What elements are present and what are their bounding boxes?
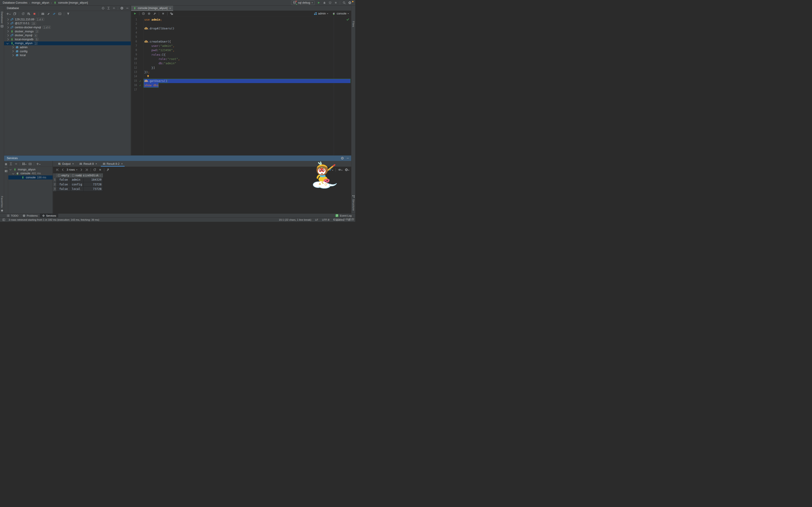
close-icon[interactable]: × — [121, 162, 123, 165]
tree-item-config[interactable]: config — [4, 49, 131, 53]
breadcrumb-database-consoles[interactable]: Database Consoles — [3, 1, 28, 4]
code-line-13[interactable]: 13}); — [131, 70, 351, 74]
code-line-16[interactable]: 16✓show dbs — [131, 83, 351, 88]
query-console-icon[interactable]: QL — [58, 12, 61, 15]
session-selector[interactable]: console — [333, 12, 349, 15]
jump-to-console-icon[interactable] — [53, 12, 56, 15]
toolwindow-problems[interactable]: Problems — [20, 214, 40, 218]
tool-stripe-files[interactable]: Files — [351, 21, 355, 27]
result-table[interactable]: {}empty{}name{}sizeOnDisk1falseadmin1843… — [53, 173, 103, 191]
code-line-3[interactable]: 3db.dropAllUsers() — [131, 26, 351, 31]
tree-item-local[interactable]: local — [4, 53, 131, 57]
close-icon[interactable]: × — [72, 162, 74, 165]
tree-item-docker-mongo[interactable]: docker_mongo3 — [4, 30, 131, 34]
chevron-icon[interactable] — [7, 38, 9, 40]
stop-process-icon[interactable] — [5, 163, 7, 165]
code-line-8[interactable]: 8 pwd:"123456", — [131, 48, 351, 52]
cell-empty[interactable]: false — [57, 187, 71, 191]
parameters-icon[interactable]: p — [148, 12, 151, 15]
tree-item-console[interactable]: console186 ms — [8, 175, 53, 179]
intention-bulb-icon[interactable] — [147, 74, 150, 79]
tab-console-mongo-aliyun[interactable]: console [mongo_aliyun] × — [131, 6, 173, 11]
caret-position[interactable]: 15:1 (22 chars, 1 line break) — [279, 218, 311, 221]
tree-item-console[interactable]: console481 ms — [8, 172, 53, 176]
cell-name[interactable]: config — [71, 182, 84, 187]
next-page-icon[interactable] — [80, 168, 83, 171]
code-line-10[interactable]: 10 role:"root", — [131, 57, 351, 61]
hide-panel-icon[interactable] — [346, 157, 349, 160]
close-icon[interactable]: × — [95, 162, 97, 165]
locate-icon[interactable] — [101, 7, 105, 10]
grid-settings-icon[interactable] — [345, 168, 348, 171]
collapse-all-icon[interactable] — [14, 162, 18, 165]
view-options-icon[interactable] — [5, 170, 8, 173]
execute-button[interactable] — [134, 12, 137, 15]
duplicate-icon[interactable] — [13, 12, 16, 15]
schema-selector[interactable]: admin — [314, 12, 328, 15]
settings-gear-icon[interactable] — [348, 1, 351, 4]
in-editor-results-icon[interactable] — [170, 12, 173, 15]
code-line-1[interactable]: 1use admin; — [131, 17, 351, 22]
toolwindow-todo[interactable]: TODO — [5, 214, 20, 218]
chevron-icon[interactable] — [11, 54, 14, 56]
tree-item-mongo-aliyun[interactable]: mongo_aliyun — [8, 168, 53, 172]
disconnect-icon[interactable] — [33, 12, 36, 15]
cell-name[interactable]: admin — [71, 177, 84, 182]
chevron-icon[interactable] — [9, 168, 11, 170]
code-line-14[interactable]: 14 — [131, 74, 351, 78]
run-button[interactable] — [317, 1, 320, 4]
chevron-icon[interactable] — [12, 172, 14, 174]
column-header-empty[interactable]: {}empty — [57, 173, 71, 177]
cell-name[interactable]: local — [71, 187, 84, 191]
debug-button[interactable] — [323, 1, 326, 4]
chevron-icon[interactable] — [7, 22, 9, 24]
tool-stripe-database[interactable]: Database — [0, 11, 4, 28]
breadcrumb-mongo-aliyun[interactable]: mongo_aliyun — [32, 1, 49, 4]
tree-item-admin[interactable]: admin — [4, 45, 131, 49]
toolwindow-services[interactable]: Services — [40, 214, 58, 218]
coverage-button[interactable] — [328, 1, 332, 4]
previous-page-icon[interactable] — [61, 168, 64, 171]
code-line-2[interactable]: 2 — [131, 22, 351, 26]
search-everywhere-icon[interactable] — [343, 1, 346, 4]
history-icon[interactable] — [142, 12, 145, 15]
expand-all-icon[interactable] — [107, 7, 110, 10]
run-configuration-select[interactable]: ✕ sql debug — [291, 0, 315, 5]
tree-item-local-mongodb[interactable]: local-mongodb5 — [4, 37, 131, 42]
tab-output[interactable]: Output× — [56, 161, 76, 167]
panel-settings-icon[interactable] — [341, 157, 344, 160]
expand-all-icon[interactable] — [9, 162, 12, 165]
file-encoding[interactable]: UTF-8 — [322, 218, 329, 221]
chevron-icon[interactable] — [7, 35, 9, 37]
cell-empty[interactable]: false — [57, 177, 71, 182]
chevron-icon[interactable] — [7, 42, 9, 44]
column-header-sizeondisk[interactable]: {}sizeOnDisk — [84, 173, 103, 177]
close-icon[interactable]: × — [169, 7, 171, 10]
stop-query-button[interactable] — [161, 12, 165, 15]
cell-sizeondisk[interactable]: 73728 — [84, 187, 103, 191]
hide-panel-icon[interactable] — [126, 7, 129, 10]
chevron-icon[interactable] — [11, 46, 14, 48]
cell-sizeondisk[interactable]: 73728 — [84, 182, 103, 187]
tree-item-mongo-aliyun[interactable]: mongo_aliyun3 — [4, 42, 131, 46]
tab-result-8-2[interactable]: Result 8-2× — [100, 161, 125, 167]
cell-sizeondisk[interactable]: 184320 — [84, 177, 103, 182]
new-datasource-button[interactable] — [6, 12, 9, 15]
code-line-9[interactable]: 9 roles:[{ — [131, 53, 351, 57]
first-page-icon[interactable] — [56, 168, 59, 171]
chevron-icon[interactable] — [7, 26, 9, 28]
table-data-icon[interactable] — [41, 12, 44, 15]
reload-page-icon[interactable] — [93, 168, 96, 171]
code-line-5[interactable]: 5 — [131, 35, 351, 39]
group-by-icon[interactable] — [22, 162, 25, 165]
code-line-11[interactable]: 11 db:"admin" — [131, 61, 351, 65]
code-line-4[interactable]: 4 — [131, 31, 351, 35]
tab-result-8[interactable]: Result 8× — [77, 161, 99, 167]
add-service-button[interactable] — [36, 162, 39, 165]
datasource-properties-icon[interactable] — [27, 12, 30, 15]
code-editor[interactable]: 1use admin;23db.dropAllUsers()456db.crea… — [131, 17, 351, 155]
stop-icon[interactable] — [99, 168, 102, 171]
tree-item--127-0-0-1[interactable]: @127.0.0.115 — [4, 21, 131, 25]
tool-stripe-favorites[interactable]: Favorites — [0, 196, 4, 212]
refresh-icon[interactable] — [21, 12, 25, 15]
